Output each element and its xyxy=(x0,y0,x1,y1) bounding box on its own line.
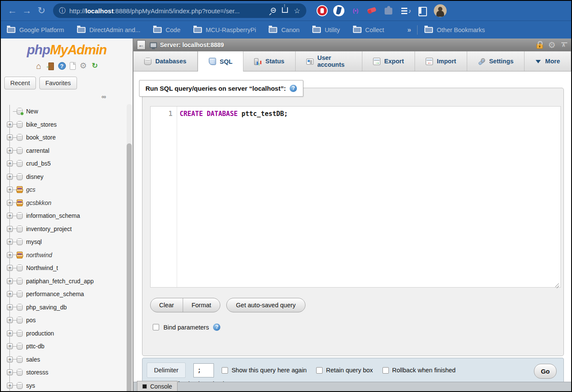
tree-item-bike_stores[interactable]: + bike_stores xyxy=(7,118,133,131)
favorites-button[interactable]: Favorites xyxy=(39,77,77,89)
expand-plus-icon[interactable]: + xyxy=(7,278,13,284)
tree-item-mysql[interactable]: + mysql xyxy=(7,235,133,249)
tree-item-pttc-db[interactable]: + pttc-db xyxy=(7,340,133,353)
format-button[interactable]: Format xyxy=(183,298,220,312)
expand-plus-icon[interactable]: + xyxy=(7,174,13,180)
tree-item-patiphan_fetch_crud_app[interactable]: + patiphan_fetch_crud_app xyxy=(7,275,133,288)
expand-plus-icon[interactable]: + xyxy=(7,160,13,166)
checkbox[interactable] xyxy=(316,367,323,374)
delimiter-input[interactable] xyxy=(193,363,214,377)
expand-plus-icon[interactable]: + xyxy=(7,343,13,349)
profile-avatar[interactable] xyxy=(434,4,447,17)
bookmark-star-icon[interactable]: ☆ xyxy=(294,6,300,15)
logout-icon[interactable] xyxy=(47,62,54,70)
tree-item-information_schema[interactable]: + information_schema xyxy=(7,209,133,223)
tree-item-inventory_project[interactable]: + inventory_project xyxy=(7,223,133,236)
expand-plus-icon[interactable]: + xyxy=(7,317,13,323)
expand-plus-icon[interactable]: + xyxy=(7,187,13,193)
panel-back-button[interactable]: ← xyxy=(137,40,145,50)
expand-plus-icon[interactable]: + xyxy=(7,304,13,310)
collapse-menu-icon[interactable] xyxy=(561,42,568,48)
tab-export[interactable]: Export xyxy=(362,51,415,71)
eraser-extension-icon[interactable] xyxy=(367,5,378,16)
checkbox[interactable] xyxy=(222,367,228,374)
expand-plus-icon[interactable]: + xyxy=(7,291,13,297)
other-bookmarks[interactable]: Other Bookmarks xyxy=(424,27,485,33)
lock-icon[interactable] xyxy=(536,44,543,49)
page-info-icon[interactable]: ⓘ xyxy=(59,6,66,15)
tab-import[interactable]: Import xyxy=(415,51,467,71)
bookmark-directadmin[interactable]: DirectAdmin and... xyxy=(77,27,140,33)
expand-plus-icon[interactable]: + xyxy=(7,265,13,271)
zoom-icon[interactable] xyxy=(271,6,276,15)
tree-item-production[interactable]: + production xyxy=(7,327,133,340)
get-autosaved-query-button[interactable]: Get auto-saved query xyxy=(226,298,305,312)
help-icon[interactable]: ? xyxy=(58,62,66,70)
tree-item-disney[interactable]: + disney xyxy=(7,170,133,184)
tree-item-php_saving_db[interactable]: + php_saving_db xyxy=(7,301,133,314)
forward-icon[interactable]: → xyxy=(20,5,34,16)
tree-item-book_store[interactable]: + book_store xyxy=(7,131,133,144)
home-icon[interactable]: ⌂ xyxy=(35,62,43,70)
tree-item-sys[interactable]: + sys xyxy=(7,379,133,392)
docs-icon[interactable] xyxy=(70,62,76,70)
clear-button[interactable]: Clear xyxy=(151,298,183,312)
tab-more[interactable]: More xyxy=(525,51,571,71)
tree-item-crud_bs5[interactable]: + crud_bs5 xyxy=(7,157,133,170)
bookmark-mcu-raspberrypi[interactable]: MCU-RaspberryPi xyxy=(193,27,256,33)
expand-plus-icon[interactable]: + xyxy=(7,122,13,128)
recent-button[interactable]: Recent xyxy=(4,77,36,89)
expand-plus-icon[interactable]: + xyxy=(7,239,13,245)
tree-item-northwind[interactable]: + northwind xyxy=(7,249,133,262)
tab-user-accounts[interactable]: User accounts xyxy=(296,51,362,71)
tree-item-pos[interactable]: + pos xyxy=(7,314,133,327)
bookmark-google-platform[interactable]: Google Platform xyxy=(7,27,64,33)
expand-plus-icon[interactable]: + xyxy=(7,148,13,154)
adblock-extension-icon[interactable] xyxy=(317,5,328,16)
expand-plus-icon[interactable]: + xyxy=(7,213,13,219)
tree-item-sales[interactable]: + sales xyxy=(7,353,133,366)
go-button[interactable]: Go xyxy=(534,364,557,379)
back-icon[interactable]: ← xyxy=(5,5,20,16)
bookmark-code[interactable]: Code xyxy=(153,27,181,33)
tab-settings[interactable]: Settings xyxy=(467,51,525,71)
unlink-panel-icon[interactable]: ∞ xyxy=(101,93,106,100)
console-toggle[interactable]: Console xyxy=(137,381,178,391)
page-settings-gear-icon[interactable]: ⚙ xyxy=(548,40,556,50)
sidebar-scrollbar-thumb[interactable] xyxy=(127,143,132,391)
bookmarks-overflow-icon[interactable]: » xyxy=(407,26,411,34)
tree-item-new[interactable]: + New xyxy=(7,105,133,118)
expand-plus-icon[interactable]: + xyxy=(7,252,13,258)
checkbox[interactable] xyxy=(382,367,389,374)
expand-plus-icon[interactable]: + xyxy=(7,200,13,206)
phpmyadmin-logo[interactable]: phpMyAdmin xyxy=(1,39,133,58)
signal-extension-icon[interactable]: (•) xyxy=(350,5,361,16)
bind-parameters-checkbox[interactable] xyxy=(153,324,159,330)
legend-help-icon[interactable]: ? xyxy=(290,85,297,92)
bookmark-utility[interactable]: Utility xyxy=(312,27,340,33)
settings-gear-icon[interactable]: ⚙ xyxy=(80,62,87,70)
expand-plus-icon[interactable]: + xyxy=(7,226,13,232)
sidebar-extension-icon[interactable] xyxy=(417,5,428,16)
extension-icon[interactable] xyxy=(333,5,344,16)
tree-item-Northwind_t[interactable]: + Northwind_t xyxy=(7,261,133,275)
tab-status[interactable]: Status xyxy=(243,51,295,71)
expand-plus-icon[interactable]: + xyxy=(7,134,13,140)
expand-plus-icon[interactable]: + xyxy=(7,383,13,389)
bookmark-canon[interactable]: Canon xyxy=(269,27,299,33)
reload-icon[interactable]: ↻ xyxy=(34,5,49,16)
tree-item-gcs[interactable]: + gcs xyxy=(7,183,133,196)
expand-plus-icon[interactable]: + xyxy=(7,369,13,375)
expand-plus-icon[interactable]: + xyxy=(7,330,13,336)
playlist-extension-icon[interactable] xyxy=(400,5,411,16)
refresh-icon[interactable]: ↻ xyxy=(91,62,99,70)
tab-sql[interactable]: SQL xyxy=(198,51,244,71)
editor-resize-handle[interactable] xyxy=(554,281,560,286)
tree-item-storesss[interactable]: + storesss xyxy=(7,366,133,379)
sql-editor[interactable]: 1 CREATE DATABASE pttc_testDB; xyxy=(150,106,561,288)
bind-parameters-help-icon[interactable]: ? xyxy=(213,324,220,331)
tree-item-carrental[interactable]: + carrental xyxy=(7,144,133,157)
bookmark-collect[interactable]: Collect xyxy=(353,27,384,33)
tree-item-performance_schema[interactable]: + performance_schema xyxy=(7,288,133,301)
address-bar[interactable]: ⓘ http://localhost:8888/phpMyAdmin5/inde… xyxy=(53,3,306,18)
